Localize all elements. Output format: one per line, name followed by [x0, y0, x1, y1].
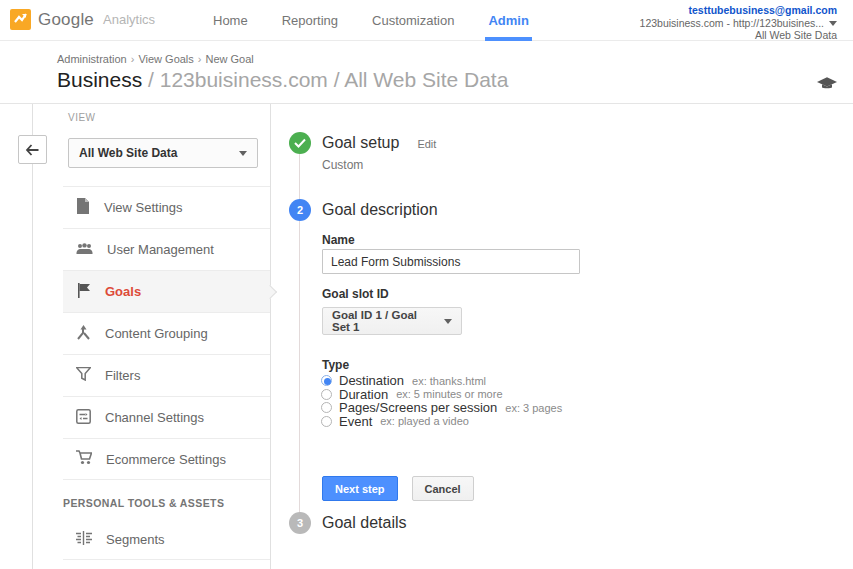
goal-details-heading: Goal details: [322, 512, 407, 534]
step1-done-check-icon: [289, 132, 311, 154]
step3-number-badge: 3: [289, 512, 311, 534]
flag-icon: [76, 283, 91, 301]
cart-icon: [76, 450, 92, 468]
sidebar-item-channel-settings[interactable]: Channel Settings: [63, 396, 270, 438]
radio-event[interactable]: Event ex: played a video: [321, 415, 562, 429]
goal-setup-heading: Goal setup: [322, 134, 399, 151]
analytics-logo-icon: [10, 9, 31, 30]
nav-tab-customization[interactable]: Customization: [355, 0, 471, 41]
radio-unselected-icon[interactable]: [321, 416, 332, 427]
chevron-down-icon: [444, 319, 452, 324]
sidebar-item-view-settings[interactable]: View Settings: [63, 186, 270, 228]
sidebar-item-goals[interactable]: Goals: [63, 270, 270, 312]
view-column-label: VIEW: [68, 112, 96, 123]
sidebar-item-segments[interactable]: Segments: [63, 519, 270, 560]
goal-setup-value: Custom: [322, 158, 363, 172]
sidebar-nav: View Settings User Management Goals Cont…: [63, 186, 270, 480]
breadcrumb-view-goals[interactable]: View Goals: [138, 53, 193, 65]
radio-duration[interactable]: Duration ex: 5 minutes or more: [321, 388, 562, 402]
view-selector-value: All Web Site Data: [79, 146, 234, 160]
goal-slot-id-label: Goal slot ID: [322, 287, 389, 301]
sidebar-item-label: Channel Settings: [105, 410, 204, 425]
goal-description-heading: Goal description: [322, 199, 438, 221]
name-label: Name: [322, 233, 355, 247]
arrow-left-icon: [25, 144, 40, 156]
radio-label: Event: [339, 414, 372, 429]
sidebar-item-user-management[interactable]: User Management: [63, 228, 270, 270]
sidebar-item-ecommerce-settings[interactable]: Ecommerce Settings: [63, 438, 270, 480]
step1-title: Goal setupEdit: [322, 132, 436, 155]
nav-tab-home[interactable]: Home: [196, 0, 265, 41]
account-property: 123buisiness.com - http://123buisines...: [640, 17, 824, 30]
nav-tab-admin[interactable]: Admin: [471, 0, 545, 41]
google-analytics-logo[interactable]: Google Analytics: [10, 9, 155, 30]
radio-hint: ex: 5 minutes or more: [396, 388, 502, 400]
page-title: Business / 123buisiness.com / All Web Si…: [57, 68, 508, 92]
account-name: Business: [57, 68, 142, 91]
app-header: Google Analytics Home Reporting Customiz…: [0, 0, 853, 41]
breadcrumb-separator: ›: [131, 53, 135, 65]
radio-hint: ex: 3 pages: [505, 402, 562, 414]
radio-unselected-icon[interactable]: [321, 402, 332, 413]
channel-settings-icon: [76, 409, 91, 427]
goal-slot-value: Goal ID 1 / Goal Set 1: [332, 309, 431, 333]
sidebar-item-label: Segments: [106, 532, 165, 547]
cancel-button[interactable]: Cancel: [412, 476, 474, 501]
goal-slot-dropdown[interactable]: Goal ID 1 / Goal Set 1: [322, 307, 462, 335]
breadcrumb-separator: ›: [198, 53, 202, 65]
sidebar-divider: [270, 104, 271, 569]
step2-number-badge: 2: [289, 199, 311, 221]
sidebar-item-label: User Management: [107, 242, 214, 257]
form-actions: Next step Cancel: [322, 476, 474, 501]
education-icon[interactable]: [817, 77, 837, 95]
goal-name-input[interactable]: [322, 249, 580, 274]
view-selector-dropdown[interactable]: All Web Site Data: [68, 138, 258, 168]
account-view: All Web Site Data: [640, 29, 837, 42]
sidebar-item-label: View Settings: [104, 200, 183, 215]
breadcrumb-new-goal: New Goal: [205, 53, 253, 65]
radio-pages-screens-per-session[interactable]: Pages/Screens per session ex: 3 pages: [321, 401, 562, 415]
back-button[interactable]: [18, 135, 47, 164]
sidebar-item-content-grouping[interactable]: Content Grouping: [63, 312, 270, 354]
segments-icon: [76, 531, 92, 548]
radio-hint: ex: thanks.html: [412, 375, 486, 387]
left-rail-divider: [32, 104, 33, 569]
chevron-down-icon: [239, 151, 247, 156]
property-view-path: / 123buisiness.com / All Web Site Data: [142, 68, 508, 91]
account-email: testtubebusiness@gmail.com: [640, 4, 837, 17]
breadcrumb-administration[interactable]: Administration: [57, 53, 127, 65]
chevron-down-icon: [829, 21, 837, 26]
radio-selected-icon[interactable]: [321, 375, 332, 386]
sidebar-item-label: Content Grouping: [105, 326, 208, 341]
account-switcher[interactable]: testtubebusiness@gmail.com 123buisiness.…: [640, 4, 837, 42]
sidebar-item-label: Filters: [105, 368, 140, 383]
type-label: Type: [322, 358, 349, 372]
sidebar-item-label: Ecommerce Settings: [106, 452, 226, 467]
brand-text: Google: [38, 10, 94, 30]
document-icon: [76, 198, 90, 217]
edit-link[interactable]: Edit: [417, 138, 436, 150]
next-step-button[interactable]: Next step: [322, 476, 398, 501]
nav-tab-reporting[interactable]: Reporting: [265, 0, 355, 41]
content-grouping-icon: [76, 325, 91, 343]
page-header: Administration›View Goals›New Goal Busin…: [0, 41, 853, 104]
radio-destination[interactable]: Destination ex: thanks.html: [321, 374, 562, 388]
goal-type-radio-group: Destination ex: thanks.html Duration ex:…: [321, 374, 562, 428]
breadcrumb: Administration›View Goals›New Goal: [57, 53, 254, 65]
product-text: Analytics: [103, 12, 155, 27]
sidebar-item-label: Goals: [105, 284, 141, 299]
radio-hint: ex: played a video: [380, 415, 469, 427]
sidebar-personal-nav: Segments: [63, 519, 270, 560]
users-icon: [76, 242, 93, 258]
sidebar-section-personal-tools: PERSONAL TOOLS & ASSETS: [63, 497, 224, 509]
radio-unselected-icon[interactable]: [321, 389, 332, 400]
filter-icon: [76, 367, 91, 384]
sidebar-item-filters[interactable]: Filters: [63, 354, 270, 396]
primary-nav: Home Reporting Customization Admin: [196, 0, 546, 41]
